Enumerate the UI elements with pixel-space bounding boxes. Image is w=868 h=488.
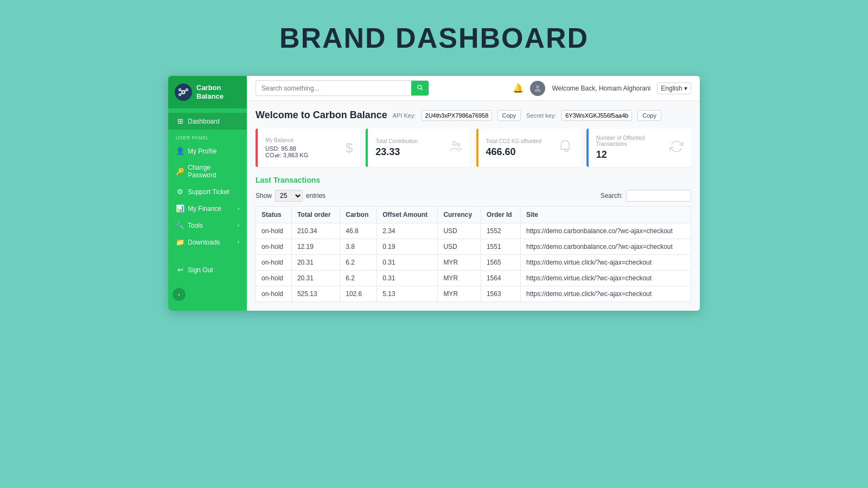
table-row: on-hold 210.34 46.8 2.34 USD 1552 https:…: [256, 223, 691, 239]
col-status: Status: [256, 207, 292, 223]
search-button[interactable]: [411, 81, 429, 95]
dashboard-window: Carbon Balance ⊞ Dashboard USER PANEL 👤 …: [168, 76, 700, 311]
sidebar-collapse-button[interactable]: ‹: [173, 288, 186, 301]
downloads-arrow-icon: ›: [238, 239, 239, 245]
svg-line-5: [184, 90, 186, 92]
stat-co2-value: 466.60: [486, 146, 542, 158]
show-label: Show: [256, 192, 272, 200]
svg-point-7: [418, 85, 422, 89]
table-row: on-hold 525.13 102.6 5.13 MYR 1563 https…: [256, 286, 691, 302]
table-body: on-hold 210.34 46.8 2.34 USD 1552 https:…: [256, 223, 691, 302]
api-key-input[interactable]: [422, 110, 492, 121]
stat-transactions-value: 12: [596, 149, 669, 160]
cell-currency: MYR: [438, 271, 481, 286]
svg-line-8: [421, 88, 423, 90]
cell-carbon: 3.8: [340, 239, 377, 255]
svg-point-3: [179, 94, 181, 96]
cell-carbon: 102.6: [340, 286, 377, 302]
stat-co2-info: Total CO2 KG offsetted 466.60: [486, 138, 542, 158]
table-row: on-hold 20.31 6.2 0.31 MYR 1565 https://…: [256, 255, 691, 271]
sidebar-item-password[interactable]: 🔑 Change Password: [168, 159, 247, 183]
cell-site: https://demo.carbonbalance.co/?wc-ajax=c…: [520, 223, 691, 239]
search-bar: [256, 80, 429, 96]
cell-offset-amount: 0.31: [377, 271, 438, 286]
api-key-label: API Key:: [393, 112, 416, 119]
col-order-id: Order Id: [481, 207, 520, 223]
cell-carbon: 6.2: [340, 255, 377, 271]
avatar: [530, 81, 545, 96]
cell-offset-amount: 0.19: [377, 239, 438, 255]
profile-icon: 👤: [176, 147, 184, 155]
sidebar-item-tools[interactable]: 🔧 Tools ›: [168, 217, 247, 234]
signout-icon: ↩: [176, 266, 184, 274]
stat-contribution-value: 23.33: [375, 146, 418, 158]
sidebar-item-signout[interactable]: ↩ Sign Out: [168, 261, 247, 278]
cell-order-id: 1563: [481, 286, 520, 302]
cell-offset-amount: 0.31: [377, 255, 438, 271]
cell-total-order: 210.34: [291, 223, 340, 239]
stats-row: My Balance USD: 95.88 CO₂e: 3,863 KG $ T…: [256, 129, 691, 167]
cell-carbon: 6.2: [340, 271, 377, 286]
logo-text: Carbon Balance: [196, 84, 224, 100]
cell-offset-amount: 5.13: [377, 286, 438, 302]
api-copy-button[interactable]: Copy: [497, 110, 521, 121]
cell-status: on-hold: [256, 223, 292, 239]
cell-currency: MYR: [438, 286, 481, 302]
welcome-row: Welcome to Carbon Balance API Key: Copy …: [256, 110, 691, 121]
contribution-icon: [449, 139, 463, 157]
col-carbon: Carbon: [340, 207, 377, 223]
table-search: Search:: [601, 190, 691, 202]
cell-site: https://demo.virtue.click/?wc-ajax=check…: [520, 286, 691, 302]
topnav: 🔔 Welcome Back, Homam Alghorani English …: [247, 76, 700, 101]
bell-icon[interactable]: 🔔: [513, 83, 524, 93]
sidebar-logo: Carbon Balance: [168, 76, 247, 108]
sidebar-menu: ⊞ Dashboard USER PANEL 👤 My Profile 🔑 Ch…: [168, 108, 247, 282]
search-input[interactable]: [256, 82, 411, 95]
transactions-table: Status Total order Carbon Offset Amount …: [256, 206, 691, 302]
cell-status: on-hold: [256, 271, 292, 286]
sidebar-item-finance[interactable]: 📊 My Finance ›: [168, 200, 247, 217]
sidebar-section-label: USER PANEL: [168, 130, 247, 143]
col-currency: Currency: [438, 207, 481, 223]
finance-icon: 📊: [176, 204, 184, 213]
svg-line-6: [181, 93, 182, 94]
secret-key-input[interactable]: [561, 110, 632, 121]
sidebar-item-downloads[interactable]: 📁 Downloads ›: [168, 234, 247, 251]
table-row: on-hold 20.31 6.2 0.31 MYR 1564 https://…: [256, 271, 691, 286]
cell-site: https://demo.virtue.click/?wc-ajax=check…: [520, 255, 691, 271]
stat-balance-info: My Balance USD: 95.88 CO₂e: 3,863 KG: [265, 137, 308, 159]
stat-transactions-info: Number of Offsetted Transactions 12: [596, 135, 669, 160]
svg-line-4: [181, 90, 182, 92]
cell-order-id: 1564: [481, 271, 520, 286]
transactions-refresh-icon: [669, 139, 684, 157]
sidebar-item-support[interactable]: ⚙ Support Ticket: [168, 183, 247, 200]
cell-site: https://demo.carbonbalance.co/?wc-ajax=c…: [520, 239, 691, 255]
welcome-title: Welcome to Carbon Balance: [256, 110, 387, 121]
cell-status: on-hold: [256, 286, 292, 302]
language-selector[interactable]: English ▾: [657, 82, 691, 94]
cell-status: on-hold: [256, 255, 292, 271]
section-title-transactions: Last Transactions: [256, 176, 691, 184]
welcome-text: Welcome Back, Homam Alghorani: [552, 85, 650, 92]
svg-point-11: [457, 143, 459, 145]
tools-arrow-icon: ›: [238, 222, 239, 228]
stat-balance-value1: USD: 95.88: [265, 145, 308, 152]
sidebar-item-profile[interactable]: 👤 My Profile: [168, 143, 247, 159]
stat-card-balance: My Balance USD: 95.88 CO₂e: 3,863 KG $: [256, 129, 360, 167]
stat-balance-value2: CO₂e: 3,863 KG: [265, 152, 308, 159]
cell-total-order: 525.13: [291, 286, 340, 302]
sidebar: Carbon Balance ⊞ Dashboard USER PANEL 👤 …: [168, 76, 247, 311]
finance-arrow-icon: ›: [238, 206, 239, 211]
table-search-input[interactable]: [626, 190, 691, 202]
sidebar-item-dashboard[interactable]: ⊞ Dashboard: [168, 113, 247, 130]
tools-icon: 🔧: [176, 221, 184, 229]
nav-right: 🔔 Welcome Back, Homam Alghorani English …: [513, 81, 691, 96]
col-total-order: Total order: [291, 207, 340, 223]
cell-total-order: 20.31: [291, 271, 340, 286]
entries-select[interactable]: 25 10 50 100: [275, 190, 303, 202]
main-content: 🔔 Welcome Back, Homam Alghorani English …: [247, 76, 700, 311]
stat-contribution-info: Total Contribution 23.33: [375, 138, 418, 158]
table-controls: Show 25 10 50 100 entries Search:: [256, 190, 691, 202]
secret-copy-button[interactable]: Copy: [637, 110, 661, 121]
cell-order-id: 1551: [481, 239, 520, 255]
